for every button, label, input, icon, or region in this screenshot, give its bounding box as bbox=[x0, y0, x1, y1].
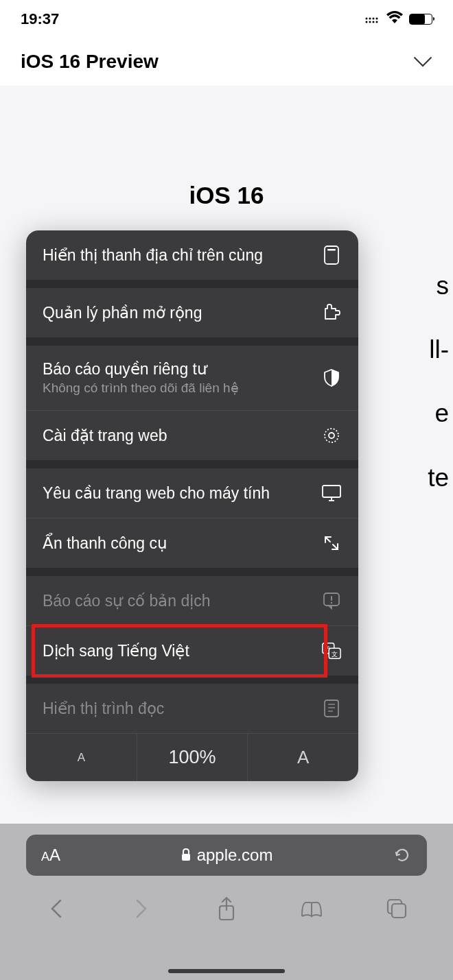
menu-item-translate[interactable]: Dịch sang Tiếng Việt A文 bbox=[26, 626, 358, 676]
menu-label: Báo cáo quyền riêng tư bbox=[43, 360, 239, 379]
menu-item-manage-extensions[interactable]: Quản lý phần mở rộng bbox=[26, 288, 358, 337]
menu-label: Quản lý phần mở rộng bbox=[43, 304, 202, 322]
svg-point-1 bbox=[369, 21, 371, 23]
menu-label: Hiển thị thanh địa chỉ trên cùng bbox=[43, 246, 263, 265]
status-icons bbox=[365, 11, 432, 27]
status-bar: 19:37 bbox=[0, 0, 453, 38]
svg-point-6 bbox=[373, 17, 375, 19]
svg-rect-29 bbox=[392, 904, 406, 918]
menu-sublabel: Không có trình theo dõi đã liên hệ bbox=[43, 380, 239, 396]
svg-point-4 bbox=[366, 17, 368, 19]
background-page-text: s ll- e te bbox=[428, 254, 449, 510]
menu-item-show-reader: Hiển thị trình đọc bbox=[26, 684, 358, 733]
menu-item-privacy-report[interactable]: Báo cáo quyền riêng tư Không có trình th… bbox=[26, 346, 358, 411]
page-heading: iOS 16 bbox=[0, 182, 453, 209]
wifi-icon bbox=[386, 11, 404, 27]
svg-point-5 bbox=[369, 17, 371, 19]
svg-rect-8 bbox=[325, 246, 338, 264]
menu-label: Báo cáo sự cố bản dịch bbox=[43, 592, 211, 610]
menu-item-hide-toolbar[interactable]: Ẩn thanh công cụ bbox=[26, 518, 358, 568]
menu-item-request-desktop[interactable]: Yêu cầu trang web cho máy tính bbox=[26, 468, 358, 518]
menu-label: Hiển thị trình đọc bbox=[43, 700, 164, 718]
share-button[interactable] bbox=[213, 895, 240, 922]
tabs-button[interactable] bbox=[383, 895, 410, 922]
forward-button[interactable] bbox=[128, 895, 155, 922]
svg-point-0 bbox=[366, 21, 368, 23]
zoom-level[interactable]: 100% bbox=[137, 734, 248, 781]
svg-point-17 bbox=[331, 602, 332, 603]
lock-icon bbox=[181, 848, 191, 862]
menu-label: Ẩn thanh công cụ bbox=[43, 534, 167, 553]
expand-icon bbox=[321, 533, 342, 553]
shield-icon bbox=[321, 368, 342, 388]
svg-rect-22 bbox=[325, 700, 338, 717]
svg-point-11 bbox=[329, 433, 334, 438]
zoom-out-button[interactable]: A bbox=[26, 734, 137, 781]
menu-item-website-settings[interactable]: Cài đặt trang web bbox=[26, 411, 358, 460]
nav-buttons bbox=[0, 876, 453, 922]
cellular-signal-icon bbox=[365, 14, 380, 24]
svg-point-10 bbox=[325, 429, 338, 442]
menu-item-report-translation: Báo cáo sự cố bản dịch bbox=[26, 576, 358, 626]
back-button[interactable] bbox=[43, 895, 70, 922]
address-bar[interactable]: AA apple.com bbox=[26, 835, 427, 876]
address-bar-top-icon bbox=[321, 245, 342, 265]
zoom-in-button[interactable]: A bbox=[248, 734, 358, 781]
text-size-button[interactable]: AA bbox=[41, 846, 60, 865]
chevron-down-icon[interactable] bbox=[413, 56, 432, 67]
svg-point-3 bbox=[376, 21, 378, 23]
translate-icon: A文 bbox=[321, 641, 342, 661]
zoom-controls: A 100% A bbox=[26, 733, 358, 781]
report-icon bbox=[321, 590, 342, 611]
gear-icon bbox=[321, 425, 342, 446]
page-nav-header: iOS 16 Preview bbox=[0, 38, 453, 86]
svg-rect-12 bbox=[323, 486, 340, 497]
menu-label: Cài đặt trang web bbox=[43, 427, 167, 445]
svg-point-7 bbox=[376, 17, 378, 19]
url-display[interactable]: apple.com bbox=[181, 846, 273, 865]
svg-text:文: 文 bbox=[332, 651, 338, 658]
browser-toolbar: AA apple.com bbox=[0, 824, 453, 980]
home-indicator[interactable] bbox=[168, 969, 285, 973]
page-content: iOS 16 bbox=[0, 86, 453, 209]
battery-icon bbox=[409, 14, 432, 25]
page-nav-title: iOS 16 Preview bbox=[21, 51, 159, 73]
page-settings-menu: Hiển thị thanh địa chỉ trên cùng Quản lý… bbox=[26, 230, 358, 781]
svg-rect-9 bbox=[327, 249, 336, 251]
svg-point-2 bbox=[373, 21, 375, 23]
svg-rect-26 bbox=[182, 854, 190, 861]
menu-label: Yêu cầu trang web cho máy tính bbox=[43, 484, 270, 503]
monitor-icon bbox=[321, 483, 342, 503]
bookmarks-button[interactable] bbox=[298, 895, 325, 922]
refresh-icon[interactable] bbox=[393, 846, 412, 865]
menu-item-address-bar-top[interactable]: Hiển thị thanh địa chỉ trên cùng bbox=[26, 230, 358, 280]
reader-icon bbox=[321, 698, 342, 719]
menu-label: Dịch sang Tiếng Việt bbox=[43, 642, 189, 660]
extension-icon bbox=[321, 302, 342, 323]
status-time: 19:37 bbox=[21, 10, 59, 28]
